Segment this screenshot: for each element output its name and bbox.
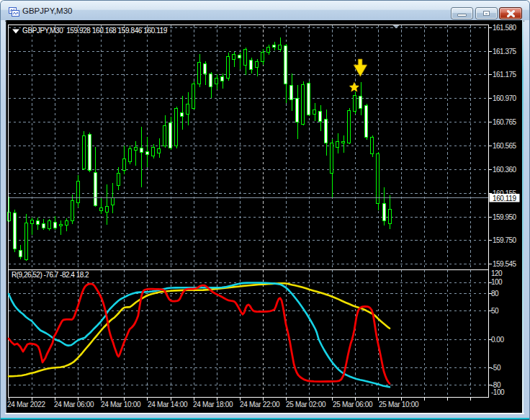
svg-text:24 Mar 14:00: 24 Mar 14:00 xyxy=(148,401,188,408)
svg-text:161.375: 161.375 xyxy=(493,48,517,55)
svg-text:120: 120 xyxy=(491,269,503,277)
svg-text:0.00: 0.00 xyxy=(491,336,504,344)
svg-text:80: 80 xyxy=(491,290,499,298)
svg-text:159.545: 159.545 xyxy=(493,260,517,268)
svg-text:160.565: 160.565 xyxy=(493,142,517,150)
svg-text:24 Mar 2022: 24 Mar 2022 xyxy=(7,401,46,408)
svg-text:160.360: 160.360 xyxy=(493,166,517,174)
svg-text:25 Mar 06:00: 25 Mar 06:00 xyxy=(333,401,373,408)
svg-text:25 Mar 02:00: 25 Mar 02:00 xyxy=(286,401,326,408)
svg-text:24 Mar 18:00: 24 Mar 18:00 xyxy=(193,401,233,408)
svg-text:-50: -50 xyxy=(491,364,501,372)
svg-text:50: 50 xyxy=(491,307,499,315)
svg-text:25 Mar 10:00: 25 Mar 10:00 xyxy=(379,401,419,408)
svg-text:160.970: 160.970 xyxy=(493,94,517,102)
svg-text:160.765: 160.765 xyxy=(493,118,517,126)
svg-text:GBPJPY,M30 159.928 160.168 15: GBPJPY,M30 159.928 160.168 159.846 160.1… xyxy=(22,27,168,35)
svg-text:159.950: 159.950 xyxy=(493,213,517,221)
svg-text:-100: -100 xyxy=(491,388,505,396)
svg-text:24 Mar 10:00: 24 Mar 10:00 xyxy=(101,401,141,408)
svg-text:160.119: 160.119 xyxy=(493,195,516,202)
svg-text:R(9,26,52) -76.7 -82.4 18.2: R(9,26,52) -76.7 -82.4 18.2 xyxy=(12,271,89,279)
svg-text:24 Mar 06:00: 24 Mar 06:00 xyxy=(54,401,94,408)
svg-text:100: 100 xyxy=(491,278,503,286)
svg-text:161.580: 161.580 xyxy=(493,24,517,32)
svg-text:159.750: 159.750 xyxy=(493,236,517,244)
svg-text:161.175: 161.175 xyxy=(493,71,517,79)
svg-text:24 Mar 22:00: 24 Mar 22:00 xyxy=(240,401,280,408)
svg-text:-80: -80 xyxy=(491,381,501,389)
